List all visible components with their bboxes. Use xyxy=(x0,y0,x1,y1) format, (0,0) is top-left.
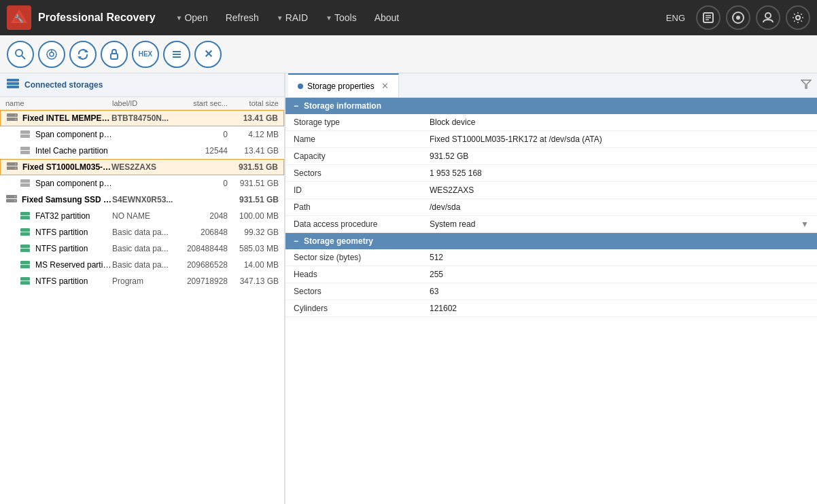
list-button[interactable] xyxy=(163,41,190,68)
tab-close-button[interactable]: ✕ xyxy=(381,81,389,91)
disk-2-name: Fixed ST1000LM035-1... xyxy=(22,162,111,172)
info-value-capacity: 931.52 GB xyxy=(421,148,817,165)
storage-properties-tab[interactable]: Storage properties ✕ xyxy=(288,73,399,97)
svg-text:🔧: 🔧 xyxy=(14,14,24,23)
svg-point-14 xyxy=(50,52,54,56)
info-label-sectors: Sectors xyxy=(285,165,421,182)
disk-3-part-2-name: NTFS partition xyxy=(35,228,112,237)
geo-row-sector-size: Sector size (bytes) 512 xyxy=(285,249,817,266)
lock-button[interactable] xyxy=(101,41,128,68)
notes-icon-btn[interactable] xyxy=(696,5,720,30)
storage-info-table: Storage type Block device Name Fixed ST1… xyxy=(285,114,817,233)
disk-3-part-5-icon xyxy=(19,276,31,287)
disk-3-part-2[interactable]: NTFS partition Basic data pa... 206848 9… xyxy=(0,224,284,240)
collapse-storage-geometry[interactable]: − xyxy=(294,236,298,246)
collapse-storage-info[interactable]: − xyxy=(294,101,298,111)
svg-rect-44 xyxy=(20,216,30,219)
disk-2-part-1-name: Span component partit... xyxy=(35,179,112,188)
left-panel: Connected storages name label/ID start s… xyxy=(0,73,285,504)
col-start-header: start sec... xyxy=(173,99,228,107)
svg-rect-48 xyxy=(20,249,30,252)
disk-3-icon xyxy=(5,195,18,205)
svg-rect-23 xyxy=(7,82,19,85)
disk-3-part-3[interactable]: NTFS partition Basic data pa... 20848844… xyxy=(0,240,284,257)
phone-button[interactable] xyxy=(38,41,65,68)
disk-3-part-1-total: 100.00 MB xyxy=(228,211,279,221)
info-row-capacity: Capacity 931.52 GB xyxy=(285,148,817,165)
connected-storages-title: Connected storages xyxy=(24,80,103,90)
disk-3-part-2-label: Basic data pa... xyxy=(112,228,173,237)
menu-raid[interactable]: ▼ RAID xyxy=(268,8,316,27)
info-content: − Storage information Storage type Block… xyxy=(285,98,817,504)
disk-3-part-4-label: Basic data pa... xyxy=(112,260,173,270)
disk-3[interactable]: Fixed Samsung SSD 97... S4EWNX0R53... 93… xyxy=(0,192,284,208)
menu-open[interactable]: ▼ Open xyxy=(168,8,216,27)
svg-rect-22 xyxy=(7,79,19,82)
col-label-header: label/ID xyxy=(112,99,173,107)
sync-button[interactable] xyxy=(69,41,97,68)
svg-rect-43 xyxy=(20,212,30,215)
svg-point-11 xyxy=(16,50,22,56)
svg-rect-46 xyxy=(20,232,30,236)
svg-rect-37 xyxy=(20,179,30,183)
svg-point-35 xyxy=(15,163,16,164)
info-value-storage-type: Block device xyxy=(421,114,817,131)
info-label-name: Name xyxy=(285,131,421,148)
geo-label-cylinders: Cylinders xyxy=(285,300,421,317)
disk-1-part-2[interactable]: Intel Cache partition 12544 13.41 GB xyxy=(0,143,284,159)
info-label-storage-type: Storage type xyxy=(285,114,421,131)
svg-point-8 xyxy=(736,16,740,20)
svg-rect-52 xyxy=(20,281,30,285)
disk-3-part-5[interactable]: NTFS partition Program 209718928 347.13 … xyxy=(0,273,284,289)
info-row-id: ID WES2ZAXS xyxy=(285,182,817,199)
disk-2[interactable]: Fixed ST1000LM035-1... WES2ZAXS 931.51 G… xyxy=(0,159,284,175)
disk-1-part-1[interactable]: Span component partit... 0 4.12 MB xyxy=(0,126,284,143)
svg-rect-38 xyxy=(20,183,30,187)
disk-1-icon xyxy=(6,113,18,124)
storage-info-section-header: − Storage information xyxy=(285,98,817,114)
disk-3-part-4-name: MS Reserved partition xyxy=(35,260,112,270)
disk-1-name: Fixed INTEL MEMPEK1... xyxy=(22,113,111,123)
svg-rect-50 xyxy=(20,265,30,268)
svg-rect-49 xyxy=(20,261,30,264)
svg-rect-45 xyxy=(20,228,30,232)
disk-2-part-1[interactable]: Span component partit... 0 931.51 GB xyxy=(0,175,284,192)
storage-geometry-title: Storage geometry xyxy=(304,236,373,246)
svg-rect-24 xyxy=(7,86,19,88)
language-selector[interactable]: ENG xyxy=(661,10,691,26)
data-access-dropdown-arrow[interactable]: ▼ xyxy=(801,219,809,229)
disk-1-total: 13.41 GB xyxy=(227,113,278,123)
svg-rect-51 xyxy=(20,277,30,281)
storage-list: Fixed INTEL MEMPEK1... BTBT84750N... 13.… xyxy=(0,110,284,504)
info-label-path: Path xyxy=(285,199,421,216)
menu-tools[interactable]: ▼ Tools xyxy=(317,8,365,27)
menu-refresh[interactable]: Refresh xyxy=(218,8,267,27)
search-button[interactable] xyxy=(7,41,34,68)
tools-arrow: ▼ xyxy=(326,14,332,22)
titlebar-right: ENG xyxy=(661,5,810,30)
disk-3-part-4-start: 209686528 xyxy=(173,260,228,270)
svg-point-9 xyxy=(765,13,771,18)
svg-point-28 xyxy=(15,118,16,120)
disk-3-part-3-icon xyxy=(19,244,31,254)
disk-3-part-1[interactable]: FAT32 partition NO NAME 2048 100.00 MB xyxy=(0,208,284,224)
svg-rect-31 xyxy=(20,147,30,150)
tab-bar: Storage properties ✕ xyxy=(285,73,817,98)
disk-3-part-5-start: 209718928 xyxy=(173,276,228,286)
hex-button[interactable]: HEX xyxy=(132,41,159,68)
info-value-data-access[interactable]: System read ▼ xyxy=(421,216,817,233)
disk-3-part-5-label: Program xyxy=(112,276,173,286)
disk-icon-btn[interactable] xyxy=(726,5,750,30)
raid-arrow: ▼ xyxy=(277,14,283,22)
disk-3-part-3-start: 208488448 xyxy=(173,244,228,253)
filter-icon[interactable] xyxy=(795,77,817,94)
menu-about[interactable]: About xyxy=(366,8,408,27)
disk-3-part-4[interactable]: MS Reserved partition Basic data pa... 2… xyxy=(0,257,284,273)
user-icon-btn[interactable] xyxy=(756,5,780,30)
disk-1[interactable]: Fixed INTEL MEMPEK1... BTBT84750N... 13.… xyxy=(0,110,284,126)
info-value-sectors: 1 953 525 168 xyxy=(421,165,817,182)
disk-3-part-1-label: NO NAME xyxy=(112,211,173,221)
close-button[interactable]: ✕ xyxy=(194,41,222,68)
settings-icon-btn[interactable] xyxy=(786,5,810,30)
disk-1-label: BTBT84750N... xyxy=(111,113,173,123)
